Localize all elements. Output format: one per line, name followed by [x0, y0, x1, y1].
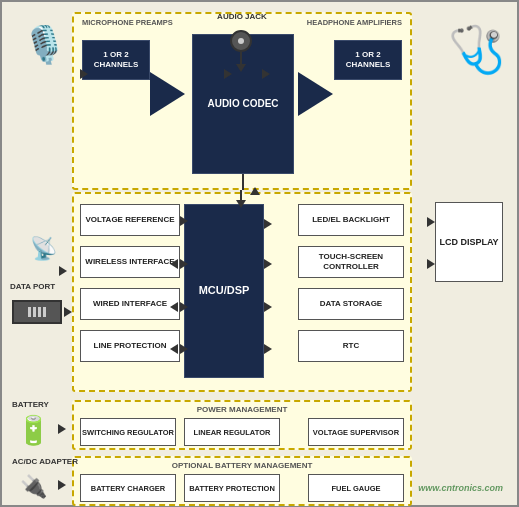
codec-to-hp-arrow	[224, 69, 232, 79]
audio-jack-label: AUDIO JACK	[212, 12, 272, 21]
left-amp-triangle	[150, 72, 185, 116]
linear-reg-box: LINEAR REGULATOR	[184, 418, 280, 446]
microphone-icon: 🎙️	[22, 24, 67, 66]
acdc-icon: 🔌	[20, 474, 47, 500]
watermark: www.cntronics.com	[418, 483, 503, 493]
mcu-to-codec-arrow	[250, 187, 260, 195]
wireless-arrow-r	[180, 259, 188, 269]
touch-to-lcd-arrow	[427, 259, 435, 269]
touch-screen-box: TOUCH-SCREEN CONTROLLER	[298, 246, 404, 278]
dataport-arrow	[64, 307, 72, 317]
mic-to-amp-arrow	[80, 69, 88, 79]
fuel-gauge-box: FUEL GAUGE	[308, 474, 404, 502]
hp-channels-box: 1 OR 2 CHANNELS	[334, 40, 402, 80]
linep-arrow-l	[170, 344, 178, 354]
voltage-sup-box: VOLTAGE SUPERVISOR	[308, 418, 404, 446]
diagram-wrapper: MICROPHONE PREAMPS HEADPHONE AMPLIFIERS …	[0, 0, 519, 507]
codec-mcu-arrow	[236, 200, 246, 208]
lcd-display-box: LCD DISPLAY	[435, 202, 503, 282]
led-backlight-box: LED/EL BACKLIGHT	[298, 204, 404, 236]
headphone-amplifiers-label: HEADPHONE AMPLIFIERS	[307, 18, 402, 27]
mic-channels-box: 1 OR 2 CHANNELS	[82, 40, 150, 80]
data-storage-box: DATA STORAGE	[298, 288, 404, 320]
audio-codec-box: AUDIO CODEC	[192, 34, 294, 174]
battery-icon: 🔋	[16, 414, 51, 447]
storage-arrow	[264, 302, 272, 312]
battery-protection-box: BATTERY PROTECTION	[184, 474, 280, 502]
led-arrow	[264, 219, 272, 229]
stethoscope-icon: 🩺	[448, 22, 505, 76]
led-to-lcd-arrow	[427, 217, 435, 227]
optional-battery-label: OPTIONAL BATTERY MANAGEMENT	[74, 461, 410, 470]
acdc-arrow	[58, 480, 66, 490]
audio-jack-icon	[230, 30, 252, 52]
switching-reg-box: SWITCHING REGULATOR	[80, 418, 176, 446]
battery-label: BATTERY	[12, 400, 49, 409]
wired-arrow-l	[170, 302, 178, 312]
wireless-arrow-l	[170, 259, 178, 269]
linep-arrow-r	[180, 344, 188, 354]
rtc-arrow	[264, 344, 272, 354]
wired-interface-box: WIRED INTERFACE	[80, 288, 180, 320]
vref-arrow	[180, 216, 188, 226]
battery-charger-box: BATTERY CHARGER	[80, 474, 176, 502]
mcu-section-box: MCU/DSP VOLTAGE REFERENCE WIRELESS INTER…	[72, 192, 412, 392]
power-mgmt-section: POWER MANAGEMENT SWITCHING REGULATOR LIN…	[72, 400, 412, 450]
power-mgmt-label: POWER MANAGEMENT	[74, 405, 410, 414]
line-protection-box: LINE PROTECTION	[80, 330, 180, 362]
hp-amp-to-channels-arrow	[262, 69, 270, 79]
rtc-box: RTC	[298, 330, 404, 362]
codec-to-mcu-line	[242, 174, 244, 190]
wireless-interface-box: WIRELESS INTERFACE	[80, 246, 180, 278]
antenna-arrow	[59, 266, 67, 276]
microphone-preamps-label: MICROPHONE PREAMPS	[82, 18, 173, 27]
touch-arrow	[264, 259, 272, 269]
right-amp-triangle	[298, 72, 333, 116]
battery-arrow	[58, 424, 66, 434]
mcu-dsp-box: MCU/DSP	[184, 204, 264, 378]
data-port-label: DATA PORT	[10, 282, 55, 291]
optional-battery-section: OPTIONAL BATTERY MANAGEMENT BATTERY CHAR…	[72, 456, 412, 506]
data-port-icon	[12, 300, 62, 324]
jack-arrow-down	[236, 64, 246, 72]
voltage-ref-box: VOLTAGE REFERENCE	[80, 204, 180, 236]
wired-arrow-r	[180, 302, 188, 312]
antenna-icon: 📡	[30, 236, 57, 262]
acdc-label: AC/DC ADAPTER	[12, 457, 78, 466]
